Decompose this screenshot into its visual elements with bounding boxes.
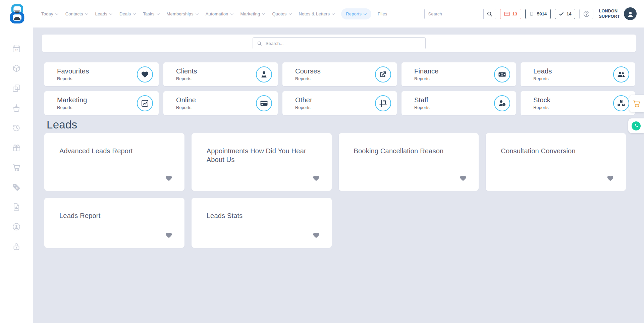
favourite-heart-icon[interactable] — [313, 175, 320, 182]
nav-item-label: Tasks — [143, 11, 154, 16]
nav-item-marketing[interactable]: Marketing — [240, 8, 266, 19]
nav-item-notes-letters[interactable]: Notes & Letters — [298, 8, 336, 19]
sidebar-cart-icon[interactable] — [12, 163, 21, 172]
nav-item-tasks[interactable]: Tasks — [142, 8, 160, 19]
category-card-leads[interactable]: LeadsReports — [521, 62, 635, 86]
help-button[interactable] — [579, 9, 593, 19]
chevron-down-icon — [133, 13, 136, 15]
nav-item-files[interactable]: Files — [377, 8, 388, 19]
favourite-heart-icon[interactable] — [165, 175, 172, 182]
nav-item-quotes[interactable]: Quotes — [271, 8, 292, 19]
favourite-heart-icon[interactable] — [313, 232, 320, 239]
category-card-courses[interactable]: CoursesReports — [282, 62, 397, 86]
sidebar-account-circle-icon[interactable] — [12, 222, 21, 231]
report-card-leads-stats[interactable]: Leads Stats — [192, 198, 332, 248]
envelope-icon — [504, 11, 510, 17]
category-subtitle: Reports — [533, 76, 613, 81]
sidebar-report-document-icon[interactable] — [12, 203, 21, 211]
nav-item-contacts[interactable]: Contacts — [65, 8, 89, 19]
nav-item-label: Contacts — [65, 11, 83, 16]
badge-count: 5914 — [537, 11, 547, 16]
badge-count: 13 — [513, 11, 517, 16]
category-card-staff[interactable]: StaffReports — [401, 91, 516, 115]
category-icon-circle — [494, 66, 510, 83]
sidebar-clone-icon[interactable] — [12, 84, 21, 93]
chevron-down-icon — [332, 13, 335, 15]
badge-messages[interactable]: 13 — [500, 9, 521, 19]
badge-completed-tasks[interactable]: 14 — [555, 9, 575, 19]
favourite-heart-icon[interactable] — [460, 175, 467, 182]
report-card-appointments-how-did-you-hear-about-us[interactable]: Appointments How Did You Hear About Us — [192, 133, 332, 191]
report-card-advanced-leads-report[interactable]: Advanced Leads Report — [44, 133, 184, 191]
category-card-favourites[interactable]: FavouritesReports — [44, 62, 159, 86]
floating-cart-button[interactable] — [629, 95, 644, 112]
category-text: FinanceReports — [414, 67, 494, 81]
category-card-finance[interactable]: FinanceReports — [401, 62, 516, 86]
report-title: Leads Stats — [207, 211, 318, 220]
category-text: MarketingReports — [57, 96, 137, 110]
category-icon-circle — [375, 66, 391, 83]
favourite-heart-icon[interactable] — [607, 175, 614, 182]
sidebar-package-icon[interactable] — [12, 64, 21, 73]
category-subtitle: Reports — [533, 105, 613, 110]
chevron-down-icon — [55, 13, 58, 15]
nav-item-label: Leads — [95, 11, 107, 16]
category-card-other[interactable]: OtherReports — [282, 91, 397, 115]
nav-item-label: Today — [41, 11, 53, 16]
money-bill-icon — [498, 70, 506, 78]
topbar-search-input[interactable] — [425, 9, 483, 19]
sidebar-history-icon[interactable] — [12, 123, 21, 132]
topbar-search-button[interactable] — [483, 9, 496, 19]
nav-item-memberships[interactable]: Memberships — [166, 8, 199, 19]
category-card-online[interactable]: OnlineReports — [163, 91, 278, 115]
category-text: OtherReports — [295, 96, 375, 110]
report-title: Leads Report — [59, 211, 170, 220]
topbar: TodayContactsLeadsDealsTasksMembershipsA… — [0, 0, 644, 28]
category-icon-circle — [256, 95, 272, 111]
category-card-marketing[interactable]: MarketingReports — [44, 91, 159, 115]
search-icon — [257, 41, 262, 46]
chevron-down-icon — [262, 13, 265, 15]
nav-item-leads[interactable]: Leads — [95, 8, 113, 19]
user-clock-icon — [498, 99, 506, 107]
report-grid: Advanced Leads ReportAppointments How Di… — [44, 133, 626, 248]
users-icon — [617, 70, 625, 78]
category-icon-circle — [613, 66, 629, 83]
nav-item-automation[interactable]: Automation — [205, 8, 234, 19]
category-text: StockReports — [533, 96, 613, 110]
category-card-stock[interactable]: StockReports — [521, 91, 635, 115]
user-icon — [627, 10, 634, 18]
external-link-icon — [379, 70, 387, 78]
svg-text:12: 12 — [15, 49, 18, 52]
section-title: Leads — [47, 118, 636, 131]
avatar[interactable] — [624, 7, 637, 20]
topbar-search — [424, 9, 496, 19]
category-title: Clients — [176, 67, 256, 75]
floating-phone-button[interactable] — [628, 118, 644, 133]
sidebar-price-tag-icon[interactable]: $ — [12, 183, 21, 192]
credit-card-icon — [260, 99, 268, 107]
category-text: StaffReports — [414, 96, 494, 110]
category-text: CoursesReports — [295, 67, 375, 81]
category-title: Marketing — [57, 96, 137, 104]
nav-item-today[interactable]: Today — [41, 8, 59, 19]
sidebar-calendar-icon[interactable]: 12 — [12, 44, 21, 53]
boxes-icon — [617, 99, 625, 107]
sidebar-lock-icon[interactable] — [12, 242, 21, 251]
nav-item-deals[interactable]: Deals — [119, 8, 137, 19]
sidebar-gift-icon[interactable] — [12, 143, 21, 152]
user-tie-icon — [260, 70, 268, 78]
report-card-booking-cancellation-reason[interactable]: Booking Cancellation Reason — [339, 133, 479, 191]
main-nav: TodayContactsLeadsDealsTasksMembershipsA… — [41, 8, 388, 19]
reports-search-input[interactable] — [265, 41, 421, 46]
sidebar-bag-import-icon[interactable] — [12, 104, 21, 112]
favourite-heart-icon[interactable] — [165, 232, 172, 239]
nav-item-reports[interactable]: Reports — [341, 8, 371, 19]
report-title: Consultation Conversion — [501, 147, 612, 155]
report-card-consultation-conversion[interactable]: Consultation Conversion — [486, 133, 626, 191]
badge-sms-credits[interactable]: 5914 — [525, 9, 551, 19]
main-content: FavouritesReportsClientsReportsCoursesRe… — [33, 28, 644, 323]
nav-item-label: Marketing — [240, 11, 260, 16]
report-card-leads-report[interactable]: Leads Report — [44, 198, 184, 248]
category-card-clients[interactable]: ClientsReports — [163, 62, 278, 86]
